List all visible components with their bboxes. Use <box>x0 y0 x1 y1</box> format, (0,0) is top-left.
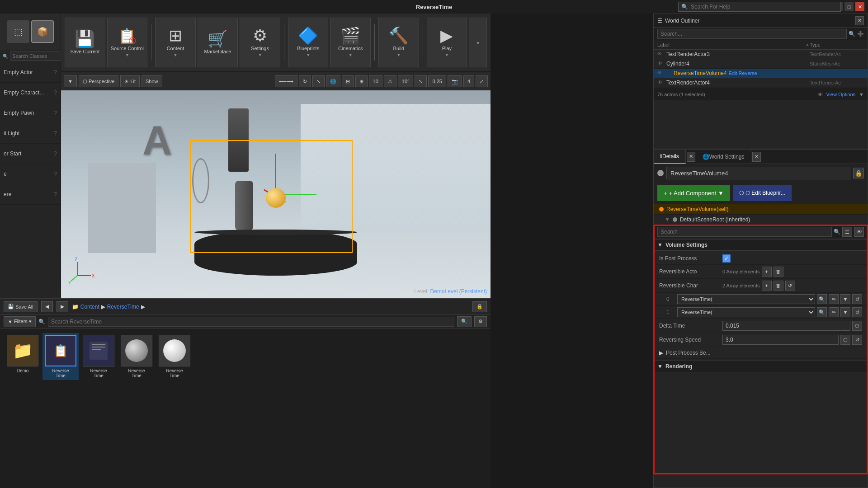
table-row[interactable]: 👁 TextRenderActor3 TextRenderAc <box>654 50 868 59</box>
component-row[interactable]: ReverseTimeVolume(self) <box>654 204 868 215</box>
settings-lock-button[interactable]: 🔒 <box>472 301 487 312</box>
forward-button[interactable]: ▶ <box>57 301 68 312</box>
scale-snap-button[interactable]: ⤡ <box>415 75 427 87</box>
content-settings-button[interactable]: ⚙ <box>474 316 487 327</box>
grid-snap-button[interactable]: ⊞ <box>355 75 368 87</box>
view-options-button[interactable]: View Options <box>826 92 856 97</box>
world-settings-close-button[interactable]: ✕ <box>752 152 761 162</box>
component-search-input[interactable] <box>657 227 832 237</box>
more-button[interactable]: » <box>469 18 487 67</box>
rotate-button[interactable]: ↻ <box>299 75 311 87</box>
eye-view-button[interactable]: 👁 <box>854 227 864 237</box>
content-button[interactable]: ⊞ Content ▼ <box>155 18 196 67</box>
viewport-scene[interactable]: A X Z Y Level: Demo <box>61 90 491 298</box>
maximize-viewport-button[interactable]: ⤢ <box>476 75 488 87</box>
world-outliner-close-button[interactable]: ✕ <box>855 16 864 25</box>
grid-size-button[interactable]: 10 <box>369 75 382 87</box>
search-for-help-bar[interactable]: 🔍 <box>678 2 841 12</box>
maximize-button[interactable]: □ <box>844 2 854 11</box>
search-asset-button-0[interactable]: 🔍 <box>817 294 827 304</box>
details-close-button[interactable]: ✕ <box>687 152 695 162</box>
perspective-button[interactable]: ⬡ Perspective <box>79 75 118 87</box>
search-asset-button-1[interactable]: 🔍 <box>817 307 827 317</box>
tab-details[interactable]: ℹ Details <box>654 150 686 164</box>
reversing-speed-reset[interactable]: ↺ <box>852 335 862 345</box>
volumes-item[interactable]: e ? <box>0 164 61 184</box>
world-outliner-search-input[interactable] <box>657 29 847 39</box>
asset-item[interactable]: ReverseTime <box>156 333 193 380</box>
arrow-down-button-0[interactable]: ▼ <box>840 294 850 304</box>
eye-icon[interactable]: 👁 <box>657 51 664 57</box>
delete-array-button[interactable]: 🗑 <box>774 267 783 277</box>
path-content[interactable]: Content <box>80 304 99 310</box>
table-row[interactable]: 👁 Cylinder4 StaticMeshAc <box>654 59 868 69</box>
viewport-options-button[interactable]: ▼ <box>64 75 77 87</box>
scale-snap-value-button[interactable]: 0.25 <box>428 75 446 87</box>
content-search-go[interactable]: 🔍 <box>457 316 472 327</box>
eye-icon[interactable]: 👁 <box>657 61 664 67</box>
reversing-speed-input[interactable] <box>722 335 839 345</box>
translate-button[interactable]: ⟵⟶ <box>275 75 297 87</box>
reversing-speed-spinner[interactable]: ⬡ <box>840 335 850 345</box>
edit-asset-button-0[interactable]: ✏ <box>829 294 839 304</box>
table-row[interactable]: 👁 TextRenderActor4 TextRenderAc <box>654 78 868 88</box>
asset-item[interactable]: 📁 Demo <box>5 333 41 375</box>
surface-snapping-button[interactable]: ⊟ <box>342 75 354 87</box>
asset-item[interactable]: ReverseTime <box>118 333 155 380</box>
reset-array-button[interactable]: ↺ <box>785 281 795 291</box>
camera-button[interactable]: 📷 <box>448 75 462 87</box>
array-item-select-1[interactable]: ReverseTime( <box>677 307 815 317</box>
rendering-section-header[interactable]: ▼ Rendering <box>654 361 868 372</box>
all-classes-item[interactable]: ere ? <box>0 184 61 205</box>
eye-icon[interactable]: 👁 <box>657 80 664 86</box>
save-all-button[interactable]: 💾 Save All <box>4 301 38 312</box>
show-button[interactable]: Show <box>142 75 162 87</box>
point-light-item[interactable]: it Light ? <box>0 123 61 144</box>
content-search-input[interactable] <box>48 317 454 327</box>
arrow-down-button-1[interactable]: ▼ <box>840 307 850 317</box>
asset-item[interactable]: 📋 ReverseTime <box>42 333 79 380</box>
lock-button[interactable]: 🔒 <box>853 168 864 178</box>
delete-array-button-2[interactable]: 🗑 <box>774 281 783 291</box>
search-for-help-input[interactable] <box>691 4 838 10</box>
delta-time-input[interactable] <box>722 321 850 331</box>
add-actor-icon[interactable]: ➕ <box>857 31 864 37</box>
blueprints-button[interactable]: 🔷 Blueprints ▼ <box>288 18 329 67</box>
scale-button[interactable]: ⤡ <box>312 75 325 87</box>
build-button[interactable]: 🔨 Build ▼ <box>378 18 419 67</box>
save-current-button[interactable]: 💾 Save Current <box>65 18 105 67</box>
actor-name-input[interactable] <box>666 167 850 179</box>
add-array-button[interactable]: + <box>762 267 772 277</box>
is-post-process-checkbox[interactable]: ✓ <box>722 254 731 263</box>
empty-actor-item[interactable]: Empty Actor ? <box>0 62 61 83</box>
marketplace-button[interactable]: 🛒 Marketplace <box>198 18 238 67</box>
snap-warning-button[interactable]: ⚠ <box>384 75 396 87</box>
rotation-snap-button[interactable]: 10° <box>398 75 414 87</box>
back-button[interactable]: ◀ <box>41 301 53 312</box>
reset-item-button-0[interactable]: ↺ <box>852 294 862 304</box>
component-row[interactable]: ▼ DefaultSceneRoot (Inherited) <box>654 215 868 225</box>
filters-button[interactable]: ▼ Filters ▾ <box>4 316 36 327</box>
list-view-button[interactable]: ☰ <box>842 227 852 237</box>
close-button[interactable]: ✕ <box>855 2 864 11</box>
volume-settings-header[interactable]: ▼ Volume Settings <box>654 239 868 251</box>
screen-size-button[interactable]: 4 <box>463 75 474 87</box>
edit-asset-button-1[interactable]: ✏ <box>829 307 839 317</box>
player-start-item[interactable]: er Start ? <box>0 144 61 164</box>
asset-item[interactable]: ReverseTime <box>80 333 117 380</box>
play-button[interactable]: ▶ Play ▼ <box>427 18 467 67</box>
array-item-select-0[interactable]: ReverseTime( <box>677 294 815 304</box>
world-button[interactable]: 🌐 <box>326 75 340 87</box>
edit-blueprint-button[interactable]: ⬡ ⬡ Edit Blueprir... <box>733 185 792 201</box>
post-process-row[interactable]: ▶ Post Process Se... <box>654 347 868 359</box>
cinematics-button[interactable]: 🎬 Cinematics ▼ <box>330 18 371 67</box>
settings-button[interactable]: ⚙ Settings ▼ <box>240 18 280 67</box>
empty-character-item[interactable]: Empty Charact... ? <box>0 83 61 103</box>
path-reversetime[interactable]: ReverseTime <box>107 304 139 310</box>
delta-time-spinner[interactable]: ⬡ <box>852 321 862 331</box>
table-row[interactable]: 👁 ReverseTimeVolume4 Edit Reverse <box>654 69 868 78</box>
add-component-button[interactable]: + + Add Component ▼ <box>657 185 730 201</box>
eye-icon[interactable]: 👁 <box>657 70 664 76</box>
source-control-button[interactable]: 📋 🚫 Source Control ▼ <box>107 18 148 67</box>
lit-button[interactable]: ☀ Lit <box>120 75 140 87</box>
